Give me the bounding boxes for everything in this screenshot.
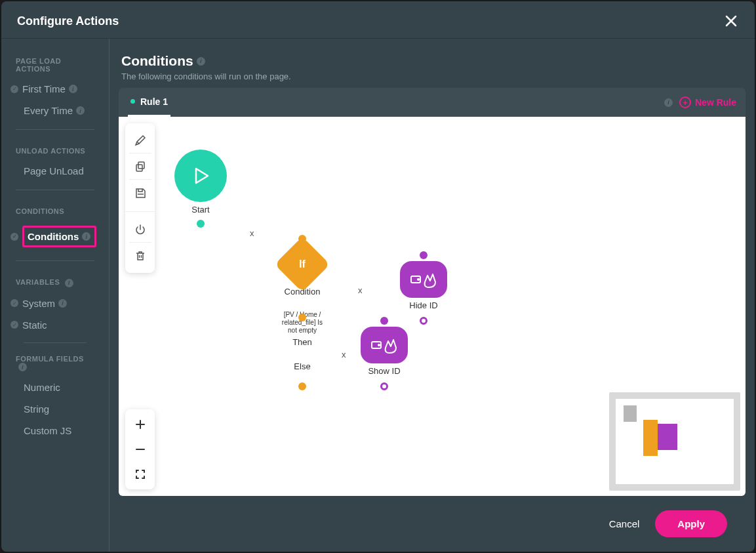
check-icon: ✓ bbox=[10, 233, 18, 241]
active-dot-icon bbox=[130, 99, 135, 104]
zoom-toolbar bbox=[125, 409, 155, 489]
new-rule-button[interactable]: + New Rule bbox=[679, 96, 736, 108]
hide-output-port[interactable] bbox=[420, 317, 428, 325]
sidebar-item-label: First Time bbox=[22, 83, 66, 94]
tab-rule-1[interactable]: Rule 1 bbox=[128, 88, 170, 117]
copy-button[interactable] bbox=[129, 154, 151, 180]
fit-button[interactable] bbox=[129, 462, 151, 487]
sidebar-item-conditions[interactable]: ✓ Conditions i bbox=[1, 220, 109, 253]
cancel-button[interactable]: Cancel bbox=[609, 518, 640, 529]
toolbar-divider bbox=[125, 211, 155, 216]
info-icon: i bbox=[82, 232, 90, 241]
node-condition[interactable]: If Condition [PV / Home / related_file] … bbox=[276, 245, 328, 371]
gesture-icon bbox=[409, 269, 438, 290]
main-header: Conditions i The following conditions wi… bbox=[119, 51, 746, 88]
flow-canvas[interactable]: Start If Condition [PV / Home / related_… bbox=[119, 117, 746, 496]
sidebar-item-system[interactable]: ✓ System i bbox=[1, 293, 109, 314]
node-show-id[interactable]: Show ID bbox=[358, 327, 410, 376]
copy-icon bbox=[134, 161, 146, 173]
dialog-header: Configure Actions bbox=[1, 1, 755, 39]
sidebar-item-label: Every Time bbox=[24, 105, 73, 116]
gesture-icon bbox=[370, 335, 399, 356]
node-label: Start bbox=[174, 205, 227, 215]
else-label: Else bbox=[276, 361, 328, 371]
plus-icon bbox=[134, 419, 146, 430]
sidebar-item-first-time[interactable]: ✓ First Time i bbox=[1, 78, 109, 100]
sidebar-item-custom-js[interactable]: Custom JS bbox=[1, 420, 109, 441]
canvas-wrap: Start If Condition [PV / Home / related_… bbox=[119, 117, 746, 496]
sidebar-item-page-unload[interactable]: Page UnLoad bbox=[1, 160, 109, 182]
zoom-out-button[interactable] bbox=[129, 437, 151, 462]
section-title-text: VARIABLES bbox=[16, 278, 60, 286]
tabs-right: i + New Rule bbox=[661, 96, 736, 108]
edge-delete-start-condition[interactable]: x bbox=[250, 228, 254, 238]
action-box bbox=[400, 261, 447, 298]
active-highlight: Conditions i bbox=[22, 226, 96, 247]
action-box bbox=[361, 327, 408, 363]
sidebar-item-static[interactable]: ✓ Static bbox=[1, 314, 109, 336]
tab-label: Rule 1 bbox=[140, 96, 168, 107]
close-button[interactable] bbox=[723, 13, 739, 29]
save-button[interactable] bbox=[129, 180, 151, 206]
play-icon bbox=[191, 166, 210, 186]
node-label: Show ID bbox=[358, 366, 410, 376]
apply-button[interactable]: Apply bbox=[655, 510, 727, 537]
node-start[interactable]: Start bbox=[174, 150, 227, 228]
divider bbox=[24, 342, 87, 343]
section-title-text: FORMULA FIELDS bbox=[16, 355, 84, 363]
sidebar-item-label: Numeric bbox=[24, 382, 60, 393]
minimap-node bbox=[643, 420, 658, 456]
plus-circle-icon: + bbox=[679, 96, 691, 108]
dialog-body: PAGE LOAD ACTIONS ✓ First Time i Every T… bbox=[1, 39, 755, 552]
condition-else-port[interactable] bbox=[298, 382, 306, 390]
condition-then-port[interactable] bbox=[298, 314, 306, 321]
close-icon bbox=[725, 15, 737, 27]
delete-button[interactable] bbox=[129, 243, 151, 269]
svg-point-1 bbox=[417, 278, 420, 281]
dialog-title: Configure Actions bbox=[17, 14, 119, 28]
edge-delete-condition-hide[interactable]: x bbox=[358, 285, 363, 295]
then-label: Then bbox=[276, 337, 328, 347]
zoom-in-button[interactable] bbox=[129, 412, 151, 437]
sidebar-item-label: Conditions bbox=[28, 231, 79, 242]
pencil-icon bbox=[134, 134, 146, 146]
if-label: If bbox=[299, 258, 306, 270]
trash-icon bbox=[134, 250, 146, 262]
edit-button[interactable] bbox=[129, 127, 151, 154]
sidebar-item-every-time[interactable]: Every Time i bbox=[1, 100, 109, 121]
show-output-port[interactable] bbox=[380, 382, 388, 390]
power-button[interactable] bbox=[129, 216, 151, 243]
edge-delete-then-show[interactable]: x bbox=[342, 350, 346, 359]
info-icon: i bbox=[18, 363, 27, 371]
sidebar-section-page-load: PAGE LOAD ACTIONS bbox=[1, 52, 109, 78]
svg-rect-4 bbox=[136, 165, 142, 171]
node-label: Hide ID bbox=[397, 300, 450, 310]
tabs-row: Rule 1 i + New Rule bbox=[119, 88, 746, 117]
sidebar-item-string[interactable]: String bbox=[1, 398, 109, 420]
new-rule-label: New Rule bbox=[695, 97, 736, 108]
minimap-node bbox=[624, 405, 637, 422]
save-icon bbox=[134, 187, 146, 199]
show-input-port[interactable] bbox=[380, 317, 388, 325]
sidebar-section-formula: FORMULA FIELDS i bbox=[1, 350, 109, 377]
sidebar-item-label: System bbox=[22, 298, 55, 309]
sidebar-section-conditions: CONDITIONS bbox=[1, 202, 109, 220]
info-icon: i bbox=[197, 57, 205, 66]
check-icon: ✓ bbox=[10, 299, 18, 307]
info-icon: i bbox=[58, 299, 67, 308]
minimap[interactable] bbox=[609, 392, 740, 491]
start-circle bbox=[174, 150, 227, 202]
sidebar-item-label: String bbox=[24, 403, 49, 415]
divider bbox=[16, 260, 94, 261]
sidebar-item-numeric[interactable]: Numeric bbox=[1, 377, 109, 398]
divider bbox=[16, 129, 94, 130]
tabs-left: Rule 1 bbox=[128, 88, 170, 117]
node-hide-id[interactable]: Hide ID bbox=[397, 261, 450, 310]
start-output-port[interactable] bbox=[197, 220, 205, 228]
hide-input-port[interactable] bbox=[420, 251, 428, 259]
power-icon bbox=[134, 224, 146, 236]
info-icon[interactable]: i bbox=[664, 98, 673, 107]
sidebar-item-label: Static bbox=[22, 319, 47, 331]
minimap-node bbox=[658, 424, 677, 450]
dialog-footer: Cancel Apply bbox=[119, 496, 746, 552]
